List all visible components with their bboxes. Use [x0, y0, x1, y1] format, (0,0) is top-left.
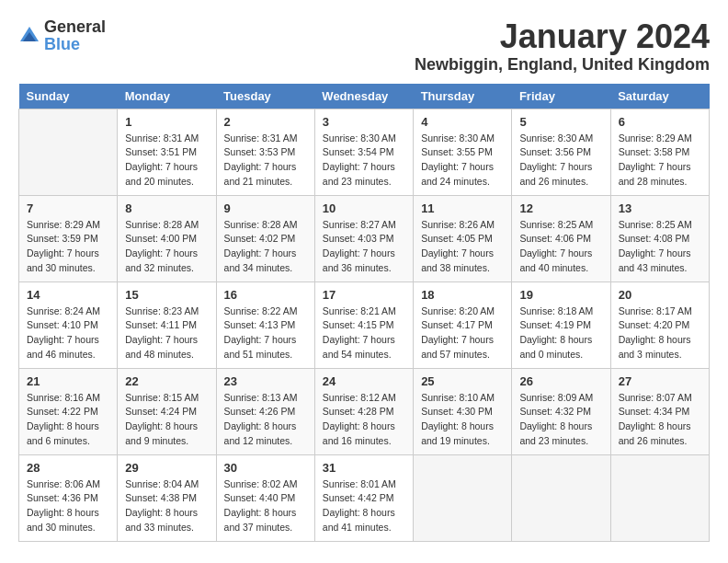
cell-w3-d3: 24Sunrise: 8:12 AMSunset: 4:28 PMDayligh… [314, 368, 413, 454]
cell-w0-d3: 3Sunrise: 8:30 AMSunset: 3:54 PMDaylight… [314, 109, 413, 195]
day-number-10: 10 [323, 201, 405, 215]
day-info-24: Sunrise: 8:12 AMSunset: 4:28 PMDaylight:… [323, 391, 405, 449]
day-number-3: 3 [323, 115, 405, 129]
location-title: Newbiggin, England, United Kingdom [415, 55, 710, 75]
calendar-header: Sunday Monday Tuesday Wednesday Thursday… [19, 84, 710, 109]
day-info-31: Sunrise: 8:01 AMSunset: 4:42 PMDaylight:… [323, 477, 405, 535]
cell-w1-d4: 11Sunrise: 8:26 AMSunset: 4:05 PMDayligh… [414, 195, 512, 282]
cell-w3-d0: 21Sunrise: 8:16 AMSunset: 4:22 PMDayligh… [19, 368, 118, 454]
day-number-25: 25 [421, 374, 504, 388]
cell-w2-d4: 18Sunrise: 8:20 AMSunset: 4:17 PMDayligh… [414, 282, 512, 368]
day-number-26: 26 [519, 374, 602, 388]
cell-w4-d2: 30Sunrise: 8:02 AMSunset: 4:40 PMDayligh… [216, 454, 314, 541]
day-info-16: Sunrise: 8:22 AMSunset: 4:13 PMDaylight:… [224, 304, 307, 362]
cell-w3-d4: 25Sunrise: 8:10 AMSunset: 4:30 PMDayligh… [414, 368, 512, 454]
day-info-3: Sunrise: 8:30 AMSunset: 3:54 PMDaylight:… [323, 132, 405, 190]
logo-blue: Blue [44, 36, 106, 53]
day-number-9: 9 [224, 201, 307, 215]
day-info-28: Sunrise: 8:06 AMSunset: 4:36 PMDaylight:… [27, 477, 109, 535]
day-number-12: 12 [519, 201, 602, 215]
cell-w1-d0: 7Sunrise: 8:29 AMSunset: 3:59 PMDaylight… [19, 195, 118, 282]
cell-w3-d2: 23Sunrise: 8:13 AMSunset: 4:26 PMDayligh… [216, 368, 314, 454]
cell-w2-d6: 20Sunrise: 8:17 AMSunset: 4:20 PMDayligh… [610, 282, 709, 368]
day-number-28: 28 [27, 461, 109, 475]
header-friday: Friday [512, 84, 610, 109]
day-number-31: 31 [323, 461, 405, 475]
day-number-16: 16 [224, 288, 307, 302]
day-info-7: Sunrise: 8:29 AMSunset: 3:59 PMDaylight:… [27, 218, 109, 276]
cell-w0-d5: 5Sunrise: 8:30 AMSunset: 3:56 PMDaylight… [512, 109, 610, 195]
cell-w1-d3: 10Sunrise: 8:27 AMSunset: 4:03 PMDayligh… [314, 195, 413, 282]
day-number-11: 11 [421, 201, 504, 215]
month-title: January 2024 [415, 18, 710, 55]
cell-w1-d1: 8Sunrise: 8:28 AMSunset: 4:00 PMDaylight… [118, 195, 216, 282]
cell-w4-d5 [512, 454, 610, 541]
day-info-22: Sunrise: 8:15 AMSunset: 4:24 PMDaylight:… [125, 391, 208, 449]
logo-icon [18, 25, 40, 47]
cell-w1-d6: 13Sunrise: 8:25 AMSunset: 4:08 PMDayligh… [610, 195, 709, 282]
day-info-14: Sunrise: 8:24 AMSunset: 4:10 PMDaylight:… [27, 304, 109, 362]
day-info-6: Sunrise: 8:29 AMSunset: 3:58 PMDaylight:… [619, 132, 701, 190]
day-info-27: Sunrise: 8:07 AMSunset: 4:34 PMDaylight:… [619, 391, 701, 449]
day-info-15: Sunrise: 8:23 AMSunset: 4:11 PMDaylight:… [125, 304, 208, 362]
day-info-21: Sunrise: 8:16 AMSunset: 4:22 PMDaylight:… [27, 391, 109, 449]
day-number-17: 17 [323, 288, 405, 302]
day-info-30: Sunrise: 8:02 AMSunset: 4:40 PMDaylight:… [224, 477, 307, 535]
day-number-13: 13 [619, 201, 701, 215]
cell-w2-d5: 19Sunrise: 8:18 AMSunset: 4:19 PMDayligh… [512, 282, 610, 368]
day-number-15: 15 [125, 288, 208, 302]
day-info-26: Sunrise: 8:09 AMSunset: 4:32 PMDaylight:… [519, 391, 602, 449]
day-info-9: Sunrise: 8:28 AMSunset: 4:02 PMDaylight:… [224, 218, 307, 276]
day-number-23: 23 [224, 374, 307, 388]
week-row-3: 21Sunrise: 8:16 AMSunset: 4:22 PMDayligh… [19, 368, 710, 454]
day-info-2: Sunrise: 8:31 AMSunset: 3:53 PMDaylight:… [224, 132, 307, 190]
week-row-0: 1Sunrise: 8:31 AMSunset: 3:51 PMDaylight… [19, 109, 710, 195]
day-number-6: 6 [619, 115, 701, 129]
day-info-29: Sunrise: 8:04 AMSunset: 4:38 PMDaylight:… [125, 477, 208, 535]
cell-w3-d6: 27Sunrise: 8:07 AMSunset: 4:34 PMDayligh… [610, 368, 709, 454]
day-number-24: 24 [323, 374, 405, 388]
day-number-8: 8 [125, 201, 208, 215]
header-tuesday: Tuesday [216, 84, 314, 109]
header-sunday: Sunday [19, 84, 118, 109]
cell-w0-d6: 6Sunrise: 8:29 AMSunset: 3:58 PMDaylight… [610, 109, 709, 195]
day-number-4: 4 [421, 115, 504, 129]
day-number-30: 30 [224, 461, 307, 475]
cell-w4-d3: 31Sunrise: 8:01 AMSunset: 4:42 PMDayligh… [314, 454, 413, 541]
day-info-8: Sunrise: 8:28 AMSunset: 4:00 PMDaylight:… [125, 218, 208, 276]
cell-w4-d0: 28Sunrise: 8:06 AMSunset: 4:36 PMDayligh… [19, 454, 118, 541]
day-info-12: Sunrise: 8:25 AMSunset: 4:06 PMDaylight:… [519, 218, 602, 276]
cell-w2-d2: 16Sunrise: 8:22 AMSunset: 4:13 PMDayligh… [216, 282, 314, 368]
day-number-29: 29 [125, 461, 208, 475]
day-info-10: Sunrise: 8:27 AMSunset: 4:03 PMDaylight:… [323, 218, 405, 276]
cell-w1-d5: 12Sunrise: 8:25 AMSunset: 4:06 PMDayligh… [512, 195, 610, 282]
week-row-1: 7Sunrise: 8:29 AMSunset: 3:59 PMDaylight… [19, 195, 710, 282]
day-number-5: 5 [519, 115, 602, 129]
day-info-18: Sunrise: 8:20 AMSunset: 4:17 PMDaylight:… [421, 304, 504, 362]
cell-w0-d0 [19, 109, 118, 195]
week-row-2: 14Sunrise: 8:24 AMSunset: 4:10 PMDayligh… [19, 282, 710, 368]
header-wednesday: Wednesday [314, 84, 413, 109]
cell-w1-d2: 9Sunrise: 8:28 AMSunset: 4:02 PMDaylight… [216, 195, 314, 282]
day-info-4: Sunrise: 8:30 AMSunset: 3:55 PMDaylight:… [421, 132, 504, 190]
cell-w0-d2: 2Sunrise: 8:31 AMSunset: 3:53 PMDaylight… [216, 109, 314, 195]
cell-w2-d0: 14Sunrise: 8:24 AMSunset: 4:10 PMDayligh… [19, 282, 118, 368]
cell-w0-d1: 1Sunrise: 8:31 AMSunset: 3:51 PMDaylight… [118, 109, 216, 195]
cell-w4-d4 [414, 454, 512, 541]
day-info-11: Sunrise: 8:26 AMSunset: 4:05 PMDaylight:… [421, 218, 504, 276]
day-number-18: 18 [421, 288, 504, 302]
calendar-body: 1Sunrise: 8:31 AMSunset: 3:51 PMDaylight… [19, 109, 710, 541]
day-info-25: Sunrise: 8:10 AMSunset: 4:30 PMDaylight:… [421, 391, 504, 449]
day-number-22: 22 [125, 374, 208, 388]
day-number-21: 21 [27, 374, 109, 388]
day-info-19: Sunrise: 8:18 AMSunset: 4:19 PMDaylight:… [519, 304, 602, 362]
header-saturday: Saturday [610, 84, 709, 109]
header: General Blue January 2024 Newbiggin, Eng… [18, 18, 710, 75]
logo-text: General Blue [44, 18, 106, 53]
logo: General Blue [18, 18, 106, 53]
cell-w3-d1: 22Sunrise: 8:15 AMSunset: 4:24 PMDayligh… [118, 368, 216, 454]
title-area: January 2024 Newbiggin, England, United … [415, 18, 710, 75]
day-number-7: 7 [27, 201, 109, 215]
day-number-20: 20 [619, 288, 701, 302]
header-monday: Monday [118, 84, 216, 109]
